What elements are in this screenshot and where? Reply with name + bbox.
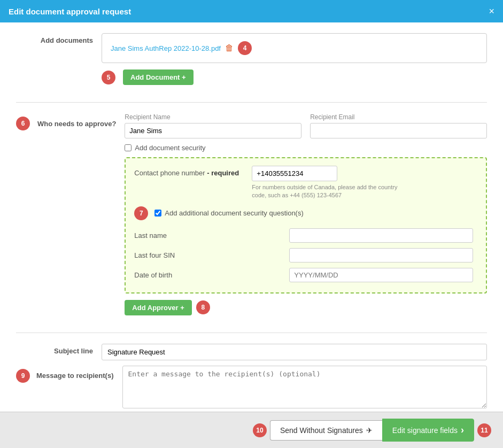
phone-hint: For numbers outside of Canada, please ad… [252,183,412,200]
additional-security-label: Add additional document security questio… [165,209,303,217]
who-approves-label: Who needs to approve? [37,120,116,128]
messaging-section: Subject line 9 Message to recipient(s) [16,344,487,412]
send-without-signatures-button[interactable]: Send Without Signatures ✈ [270,420,382,441]
message-field [122,366,487,410]
last-four-sin-input[interactable] [289,248,473,262]
recipient-email-col: Recipient Email [310,113,487,138]
add-document-row: 5 Add Document + [102,69,487,85]
security-fields: Last name Last four SIN Date of birth [134,226,477,285]
document-box: Jane Sims AuthRep 2022-10-28.pdf 🗑 4 [102,33,487,63]
modal-header: Edit document approval request × [0,0,503,22]
modal-footer: 10 Send Without Signatures ✈ Edit signat… [0,412,503,448]
additional-security-row: 7 Add additional document security quest… [134,206,477,220]
badge-11: 11 [477,423,491,437]
delete-document-icon[interactable]: 🗑 [225,43,234,53]
badge-10: 10 [253,423,267,437]
message-textarea[interactable] [122,366,487,408]
badge-9: 9 [16,369,30,383]
subject-field [102,344,487,360]
edit-signature-fields-button[interactable]: Edit signature fields › [382,419,474,442]
message-row: 9 Message to recipient(s) [16,366,487,410]
security-fields-table: Last name Last four SIN Date of birth [134,226,477,285]
close-button[interactable]: × [489,6,494,16]
last-name-input[interactable] [289,228,473,243]
add-document-button[interactable]: Add Document + [123,69,194,85]
date-of-birth-label: Date of birth [134,265,289,285]
add-approver-button[interactable]: Add Approver + [125,300,191,315]
last-four-sin-label: Last four SIN [134,245,289,265]
who-approves-label-col: 6 Who needs to approve? [16,113,125,130]
phone-label: Contact phone number - required [134,166,241,177]
send-icon: ✈ [366,426,373,435]
badge-8: 8 [196,300,210,314]
badge-7: 7 [134,206,148,220]
add-approver-row: Add Approver + 8 [125,300,487,315]
last-name-row: Last name [134,226,477,245]
phone-row: Contact phone number - required For numb… [134,166,477,200]
last-four-sin-row: Last four SIN [134,245,477,265]
badge-6: 6 [16,117,30,130]
document-item: Jane Sims AuthRep 2022-10-28.pdf 🗑 4 [111,41,478,55]
doc-security-checkbox[interactable] [125,144,131,151]
message-label-col: 9 Message to recipient(s) [16,366,122,383]
message-label: Message to recipient(s) [36,372,114,380]
recipient-fields: Recipient Name Recipient Email [125,113,487,138]
edit-signature-label: Edit signature fields [392,426,458,435]
security-panel: Contact phone number - required For numb… [125,157,487,293]
additional-security-checkbox[interactable] [154,210,161,217]
recipient-email-label: Recipient Email [310,113,487,121]
phone-input-col: For numbers outside of Canada, please ad… [252,166,477,200]
doc-security-row: Add document security [125,144,487,152]
subject-input[interactable] [102,344,487,360]
last-name-label: Last name [134,226,289,245]
phone-input[interactable] [252,166,337,181]
recipient-name-label: Recipient Name [125,113,301,121]
who-approves-row: 6 Who needs to approve? Recipient Name R… [16,113,487,315]
modal-title: Edit document approval request [9,7,131,16]
send-without-label: Send Without Signatures [280,426,363,435]
document-filename: Jane Sims AuthRep 2022-10-28.pdf [111,44,221,52]
recipient-email-input[interactable] [310,123,487,138]
date-of-birth-input[interactable] [289,268,473,282]
badge-4: 4 [238,41,252,55]
recipient-name-input[interactable] [125,123,301,138]
subject-row: Subject line [16,344,487,360]
approver-section: 6 Who needs to approve? Recipient Name R… [16,113,487,333]
documents-section: Add documents Jane Sims AuthRep 2022-10-… [16,33,487,103]
documents-label: Add documents [16,33,102,44]
approver-content: Recipient Name Recipient Email Add docum… [125,113,487,315]
documents-row: Add documents Jane Sims AuthRep 2022-10-… [16,33,487,85]
modal-container: Edit document approval request × Add doc… [0,0,503,448]
modal-body: Add documents Jane Sims AuthRep 2022-10-… [0,22,503,412]
date-of-birth-row: Date of birth [134,265,477,285]
badge-5: 5 [102,71,115,84]
doc-security-label: Add document security [135,144,205,152]
subject-label: Subject line [16,344,102,355]
chevron-right-icon: › [461,424,464,436]
documents-content: Jane Sims AuthRep 2022-10-28.pdf 🗑 4 5 A… [102,33,487,85]
recipient-name-col: Recipient Name [125,113,301,138]
